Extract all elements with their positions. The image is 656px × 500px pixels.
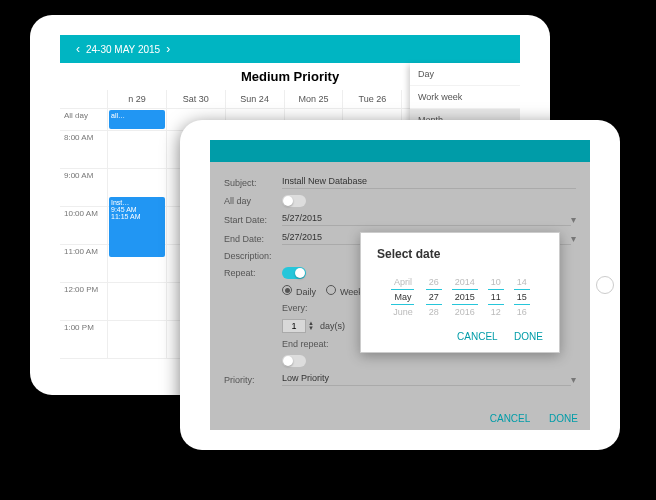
subject-input[interactable]: Install New Database — [282, 176, 576, 189]
hour-wheel[interactable]: 10 11 12 — [488, 275, 504, 319]
time-label: 8:00 AM — [60, 131, 108, 169]
date-picker-dialog: Select date April May June 26 27 28 2014 — [360, 232, 560, 353]
time-label: 10:00 AM — [60, 207, 108, 245]
chevron-down-icon[interactable]: ▾ — [571, 374, 576, 385]
form-topbar — [210, 140, 590, 162]
month-wheel[interactable]: April May June — [390, 275, 416, 319]
prev-week-button[interactable]: ‹ — [70, 42, 86, 56]
datepicker-done-button[interactable]: DONE — [514, 331, 543, 342]
every-input[interactable] — [282, 319, 306, 333]
repeat-daily-radio[interactable]: Daily — [282, 285, 316, 297]
enddate-label: End Date: — [224, 234, 282, 244]
day-header: Sun 24 — [226, 90, 285, 109]
startdate-input[interactable]: 5/27/2015 — [282, 213, 571, 226]
next-week-button[interactable]: › — [160, 42, 176, 56]
calendar-cell[interactable]: Inst… 9:45 AM 11:15 AM — [108, 207, 167, 245]
calendar-topbar: ‹ 24-30 MAY 2015 › — [60, 35, 520, 63]
startdate-label: Start Date: — [224, 215, 282, 225]
date-range: 24-30 MAY 2015 — [86, 44, 160, 55]
every-unit: day(s) — [320, 321, 345, 331]
calendar-cell[interactable] — [108, 131, 167, 169]
day-wheel[interactable]: 26 27 28 — [426, 275, 442, 319]
form-footer: CANCEL DONE — [474, 413, 578, 424]
endrepeat-label: End repeat: — [282, 339, 342, 349]
done-button[interactable]: DONE — [549, 413, 578, 424]
day-header: Sat 30 — [167, 90, 226, 109]
event-form: Subject: Install New Database All day St… — [210, 162, 590, 430]
spinner-down-icon[interactable]: ▼ — [308, 326, 314, 331]
endrepeat-toggle[interactable] — [282, 355, 306, 367]
day-header: Tue 26 — [343, 90, 402, 109]
chevron-down-icon[interactable]: ▾ — [571, 214, 576, 225]
calendar-cell[interactable]: all… — [108, 109, 167, 131]
minute-wheel[interactable]: 14 15 16 — [514, 275, 530, 319]
subject-label: Subject: — [224, 178, 282, 188]
priority-select[interactable]: Low Priority — [282, 373, 571, 386]
description-label: Description: — [224, 251, 282, 261]
calendar-cell[interactable] — [108, 245, 167, 283]
cancel-button[interactable]: CANCEL — [490, 413, 531, 424]
event-allday[interactable]: all… — [109, 110, 165, 129]
priority-label: Priority: — [224, 375, 282, 385]
day-header: Mon 25 — [285, 90, 344, 109]
datepicker-cancel-button[interactable]: CANCEL — [457, 331, 497, 342]
time-label: 12:00 PM — [60, 283, 108, 321]
allday-label: All day — [60, 109, 108, 131]
repeat-toggle[interactable] — [282, 267, 306, 279]
time-label: 1:00 PM — [60, 321, 108, 359]
time-label: 11:00 AM — [60, 245, 108, 283]
home-button-2[interactable] — [596, 276, 614, 294]
allday-toggle[interactable] — [282, 195, 306, 207]
datepicker-title: Select date — [377, 247, 543, 261]
every-label: Every: — [282, 303, 322, 313]
year-wheel[interactable]: 2014 2015 2016 — [452, 275, 478, 319]
tablet-event-form: Subject: Install New Database All day St… — [180, 120, 620, 450]
repeat-label: Repeat: — [224, 268, 282, 278]
calendar-cell[interactable] — [108, 321, 167, 359]
every-spinner[interactable]: ▲▼ — [282, 319, 314, 333]
day-header: n 29 — [108, 90, 167, 109]
time-label: 9:00 AM — [60, 169, 108, 207]
chevron-down-icon[interactable]: ▾ — [571, 233, 576, 244]
view-menu-item-workweek[interactable]: Work week — [410, 86, 520, 109]
allday-label: All day — [224, 196, 282, 206]
calendar-cell[interactable] — [108, 283, 167, 321]
view-menu-item-day[interactable]: Day — [410, 63, 520, 86]
